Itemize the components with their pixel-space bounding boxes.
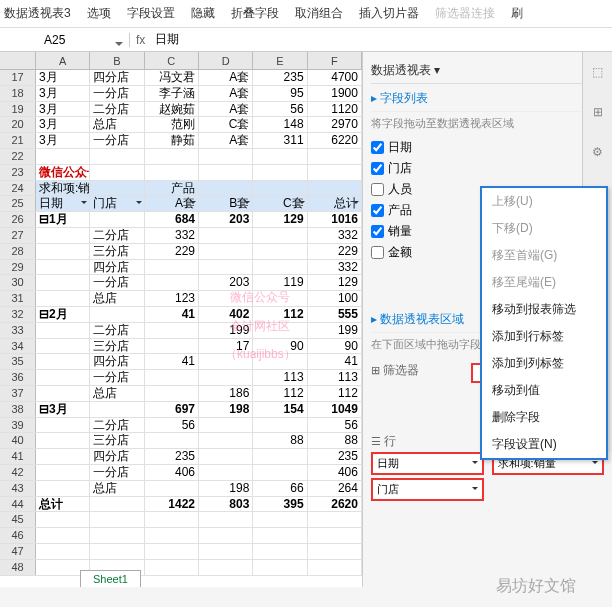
cell[interactable] xyxy=(36,323,90,338)
cell[interactable] xyxy=(253,181,307,196)
cell[interactable]: 一分店 xyxy=(90,86,144,101)
cell[interactable]: 41 xyxy=(308,354,362,369)
cell[interactable]: ⊟1月 xyxy=(36,212,90,227)
cell[interactable]: 总店 xyxy=(90,386,144,401)
cell[interactable] xyxy=(90,497,144,512)
filter-btn[interactable]: 筛选器连接 xyxy=(435,5,495,22)
cell[interactable]: 148 xyxy=(253,117,307,132)
settings-icon[interactable]: ⊞ xyxy=(583,92,612,132)
col-header[interactable]: B xyxy=(90,52,144,69)
table-row[interactable]: 34三分店179090 xyxy=(0,339,362,355)
cell[interactable] xyxy=(36,370,90,385)
table-row[interactable]: 22 xyxy=(0,149,362,165)
cell[interactable]: 112 xyxy=(253,307,307,322)
cell[interactable]: 二分店 xyxy=(90,102,144,117)
hide-btn[interactable]: 隐藏 xyxy=(191,5,215,22)
cell[interactable]: 二分店 xyxy=(90,228,144,243)
cell[interactable]: 静茹 xyxy=(145,133,199,148)
cell[interactable]: A套 xyxy=(145,196,199,211)
cell[interactable] xyxy=(36,465,90,480)
cell[interactable]: 三分店 xyxy=(90,433,144,448)
table-row[interactable]: 48 xyxy=(0,560,362,576)
cell[interactable]: 154 xyxy=(253,402,307,417)
cell[interactable]: 332 xyxy=(308,228,362,243)
table-row[interactable]: 173月四分店冯文君A套2354700 xyxy=(0,70,362,86)
refresh-btn[interactable]: 刷 xyxy=(511,5,523,22)
cell[interactable] xyxy=(253,354,307,369)
cell[interactable] xyxy=(36,149,90,164)
fieldlist-section[interactable]: ▸ 字段列表 xyxy=(371,84,604,112)
table-row[interactable]: 42一分店406406 xyxy=(0,465,362,481)
fx-icon[interactable]: fx xyxy=(130,33,151,47)
cell[interactable]: 1900 xyxy=(308,86,362,101)
cell[interactable]: 总计 xyxy=(308,196,362,211)
cell[interactable]: 总店 xyxy=(90,481,144,496)
panel-title[interactable]: 数据透视表 ▾ xyxy=(371,58,604,84)
table-row[interactable]: 32⊟2月41402112555 xyxy=(0,307,362,323)
cell[interactable] xyxy=(145,275,199,290)
cell[interactable] xyxy=(199,354,253,369)
cell[interactable]: 123 xyxy=(145,291,199,306)
cell[interactable] xyxy=(199,465,253,480)
menu-item[interactable]: 移动到报表筛选 xyxy=(482,296,606,323)
col-header[interactable]: F xyxy=(308,52,362,69)
cell[interactable] xyxy=(36,433,90,448)
menu-item[interactable]: 删除字段 xyxy=(482,404,606,431)
cell[interactable]: A套 xyxy=(199,86,253,101)
cell[interactable] xyxy=(253,291,307,306)
cell[interactable] xyxy=(308,165,362,180)
table-row[interactable]: 23微信公众号会计网社区（kuaijibbs） xyxy=(0,165,362,181)
cell[interactable]: 112 xyxy=(253,386,307,401)
col-header[interactable]: C xyxy=(145,52,199,69)
cell[interactable] xyxy=(199,512,253,527)
cell[interactable]: 二分店 xyxy=(90,323,144,338)
cell[interactable]: 6220 xyxy=(308,133,362,148)
cell[interactable]: 56 xyxy=(145,418,199,433)
cell[interactable]: C套 xyxy=(199,117,253,132)
cell[interactable] xyxy=(199,418,253,433)
cell[interactable] xyxy=(36,244,90,259)
table-row[interactable]: 203月总店范刚C套1482970 xyxy=(0,117,362,133)
cell[interactable]: 三分店 xyxy=(90,244,144,259)
cell[interactable]: 41 xyxy=(145,307,199,322)
menu-item[interactable]: 移至首端(G) xyxy=(482,242,606,269)
cell[interactable] xyxy=(199,433,253,448)
cell[interactable]: 产品 xyxy=(145,181,199,196)
cell[interactable]: A套 xyxy=(199,70,253,85)
cell[interactable] xyxy=(199,528,253,543)
cell[interactable]: 90 xyxy=(253,339,307,354)
cell[interactable] xyxy=(253,165,307,180)
cell[interactable]: ⊟3月 xyxy=(36,402,90,417)
cell[interactable]: 203 xyxy=(199,212,253,227)
table-row[interactable]: 40三分店8888 xyxy=(0,433,362,449)
cell[interactable] xyxy=(199,228,253,243)
cell[interactable] xyxy=(199,244,253,259)
table-row[interactable]: 33二分店199199 xyxy=(0,323,362,339)
name-box[interactable]: A25 xyxy=(0,33,130,47)
cell[interactable]: 112 xyxy=(308,386,362,401)
cell[interactable] xyxy=(36,275,90,290)
collapse-btn[interactable]: 折叠字段 xyxy=(231,5,279,22)
field-checkbox[interactable]: 日期 xyxy=(371,137,604,158)
table-row[interactable]: 193月二分店赵婉茹A套561120 xyxy=(0,102,362,118)
cell[interactable]: 1422 xyxy=(145,497,199,512)
cell[interactable]: 113 xyxy=(253,370,307,385)
cell[interactable] xyxy=(308,181,362,196)
row-field-date[interactable]: 日期 xyxy=(371,452,484,475)
cell[interactable] xyxy=(36,544,90,559)
table-row[interactable]: 183月一分店李子涵A套951900 xyxy=(0,86,362,102)
table-row[interactable]: 25日期门店A套B套C套总计 xyxy=(0,196,362,212)
cell[interactable]: 一分店 xyxy=(90,370,144,385)
cell[interactable] xyxy=(145,512,199,527)
cell[interactable] xyxy=(145,323,199,338)
sheet-tab[interactable]: Sheet1 xyxy=(80,570,141,587)
cell[interactable] xyxy=(90,149,144,164)
col-header[interactable]: E xyxy=(253,52,307,69)
cell[interactable]: 冯文君 xyxy=(145,70,199,85)
formula-input[interactable]: 日期 xyxy=(151,31,179,48)
cell[interactable]: 229 xyxy=(308,244,362,259)
cell[interactable] xyxy=(253,323,307,338)
cell[interactable] xyxy=(253,465,307,480)
cell[interactable]: 三分店 xyxy=(90,339,144,354)
row-field-store[interactable]: 门店 xyxy=(371,478,484,501)
